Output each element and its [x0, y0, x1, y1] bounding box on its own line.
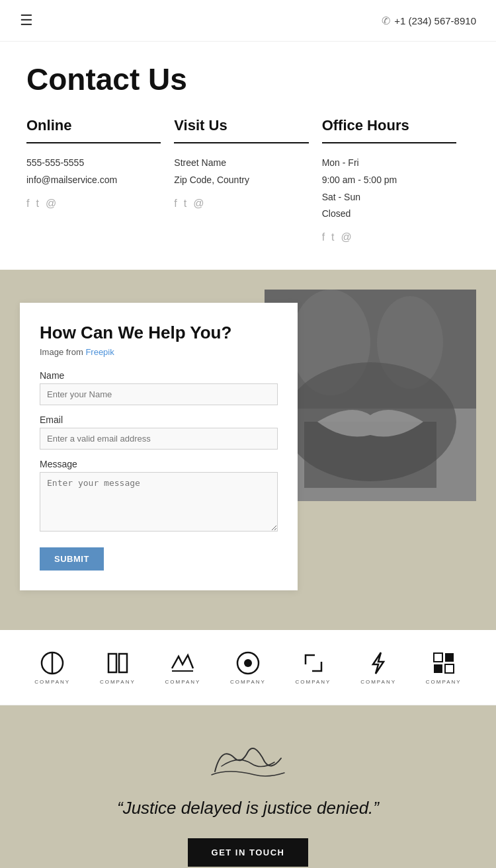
online-social: f t @: [26, 198, 161, 210]
facebook-icon-3[interactable]: f: [322, 231, 325, 243]
online-phone: 555-555-5555: [26, 155, 161, 171]
freepik-link[interactable]: Freepik: [85, 347, 114, 357]
visit-divider: [174, 142, 308, 143]
quote-section: “Justice delayed is justice denied.” GET…: [0, 705, 496, 868]
online-divider: [26, 142, 161, 143]
email-group: Email: [40, 414, 278, 450]
logo-item-1: COMPANY: [34, 650, 70, 685]
logo-item-2: COMPANY: [100, 650, 136, 685]
logo-item-6: COMPANY: [360, 650, 396, 685]
svg-rect-13: [434, 653, 442, 662]
submit-button[interactable]: SUBMIT: [40, 547, 104, 571]
instagram-icon[interactable]: @: [46, 198, 56, 210]
twitter-icon-3[interactable]: t: [331, 231, 334, 243]
svg-rect-14: [445, 653, 454, 662]
hours-weekday-range: Mon - Fri: [322, 155, 456, 171]
logo-icon-4: [235, 650, 261, 676]
logo-icon-1: [39, 650, 65, 676]
online-email: info@mailservice.com: [26, 173, 161, 188]
instagram-icon-2[interactable]: @: [193, 198, 204, 210]
facebook-icon-2[interactable]: f: [174, 198, 177, 210]
email-label: Email: [40, 414, 278, 425]
online-col: Online 555-555-5555 info@mailservice.com…: [26, 117, 174, 243]
logo-label-6: COMPANY: [360, 679, 396, 685]
contact-section: Contact Us Online 555-555-5555 info@mail…: [0, 42, 496, 270]
form-card: How Can We Help You? Image from Freepik …: [20, 303, 298, 590]
hours-heading: Office Hours: [322, 117, 456, 134]
logo-label-5: COMPANY: [296, 679, 331, 685]
message-label: Message: [40, 459, 278, 469]
hours-social: f t @: [322, 231, 456, 243]
email-input[interactable]: [40, 428, 278, 450]
visit-heading: Visit Us: [174, 117, 308, 134]
form-section: How Can We Help You? Image from Freepik …: [0, 270, 496, 630]
form-heading: How Can We Help You?: [40, 323, 278, 343]
hours-col: Office Hours Mon - Fri 9:00 am - 5:00 pm…: [322, 117, 470, 243]
logo-item-5: COMPANY: [296, 650, 331, 685]
visit-social: f t @: [174, 198, 308, 210]
logo-item-7: COMPANY: [426, 650, 462, 685]
header-phone: +1 (234) 567-8910: [394, 15, 476, 26]
svg-point-12: [244, 659, 252, 667]
svg-rect-16: [445, 664, 454, 673]
visit-col: Visit Us Street Name Zip Code, Country f…: [174, 117, 321, 243]
logo-icon-6: [365, 650, 392, 676]
name-input[interactable]: [40, 383, 278, 405]
logo-label-4: COMPANY: [230, 679, 266, 685]
header: ☰ ✆ +1 (234) 567-8910: [0, 0, 496, 42]
logo-item-4: COMPANY: [230, 650, 266, 685]
visit-address: Zip Code, Country: [174, 173, 308, 188]
get-in-touch-button[interactable]: GET IN TOUCH: [188, 838, 309, 867]
logos-section: COMPANY COMPANY COMPANY COMPANY COMPANY: [0, 630, 496, 705]
phone-area: ✆ +1 (234) 567-8910: [382, 15, 476, 27]
logo-label-1: COMPANY: [34, 679, 70, 685]
columns: Online 555-555-5555 info@mailservice.com…: [26, 117, 470, 243]
quote-text: “Justice delayed is justice denied.”: [20, 798, 476, 818]
logo-icon-7: [431, 650, 457, 676]
twitter-icon-2[interactable]: t: [184, 198, 186, 210]
message-input[interactable]: [40, 472, 278, 532]
online-heading: Online: [26, 117, 161, 134]
hours-weekend-range: Sat - Sun: [322, 190, 456, 206]
page-title: Contact Us: [26, 61, 470, 97]
logo-label-2: COMPANY: [100, 679, 136, 685]
logo-icon-3: [169, 650, 196, 676]
twitter-icon[interactable]: t: [36, 198, 38, 210]
signature-svg: [202, 738, 294, 785]
signature-area: [20, 738, 476, 787]
logo-item-3: COMPANY: [165, 650, 200, 685]
visit-street: Street Name: [174, 155, 308, 171]
svg-rect-9: [119, 654, 127, 672]
name-label: Name: [40, 370, 278, 381]
freepik-credit: Image from Freepik: [40, 347, 278, 357]
svg-rect-8: [108, 654, 116, 672]
facebook-icon[interactable]: f: [26, 198, 29, 210]
hours-weekday-hours: 9:00 am - 5:00 pm: [322, 173, 456, 188]
logo-icon-2: [104, 650, 131, 676]
name-group: Name: [40, 370, 278, 405]
message-group: Message: [40, 459, 278, 534]
logo-icon-5: [300, 650, 327, 676]
svg-rect-15: [434, 664, 442, 673]
hours-weekend-hours: Closed: [322, 206, 456, 222]
logo-label-7: COMPANY: [426, 679, 462, 685]
logo-label-3: COMPANY: [165, 679, 200, 685]
menu-icon[interactable]: ☰: [20, 12, 33, 29]
hours-divider: [322, 142, 456, 143]
phone-icon: ✆: [382, 15, 390, 27]
instagram-icon-3[interactable]: @: [341, 231, 352, 243]
